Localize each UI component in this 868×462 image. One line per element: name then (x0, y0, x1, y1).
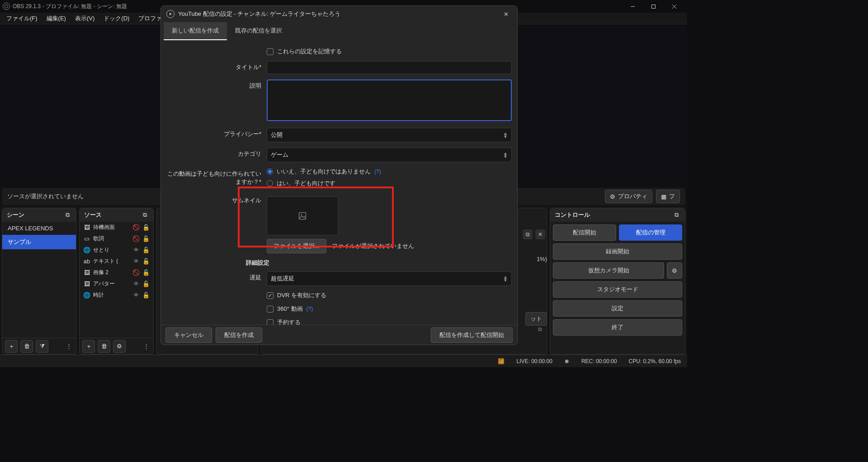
help-icon[interactable]: (?) (374, 168, 381, 175)
virtual-camera-settings-button[interactable]: ⚙ (667, 262, 682, 279)
video-360-checkbox[interactable]: 360° 動画 (?) (267, 305, 512, 313)
status-cpu: CPU: 0.2%, 60.00 fps (629, 358, 681, 364)
source-item[interactable]: ab テキスト ( 👁 🔓 (80, 256, 153, 267)
category-label: カテゴリ (166, 148, 267, 158)
start-recording-button[interactable]: 録画開始 (553, 243, 682, 260)
source-item[interactable]: 🌐 せとり 👁 🔓 (80, 244, 153, 256)
studio-mode-button[interactable]: スタジオモード (553, 281, 682, 298)
source-more-button[interactable]: ⋮ (142, 340, 151, 353)
title-label: タイトル* (166, 61, 267, 71)
visibility-toggle-icon[interactable]: 👁 (132, 247, 140, 253)
delete-source-button[interactable]: 🗑 (98, 340, 110, 353)
source-item[interactable]: 🖼 待機画面 🚫 🔓 (80, 222, 153, 233)
create-broadcast-button[interactable]: 配信を作成 (216, 327, 262, 343)
lock-icon[interactable]: 🔓 (142, 258, 150, 265)
scenes-dock: シーン⧉ APEX LEGENDS サンプル ＋ 🗑 ⧩ ⋮ (2, 208, 76, 355)
signal-icon: 📶 (498, 358, 505, 364)
dvr-checkbox[interactable]: DVR を有効にする (267, 291, 512, 299)
scene-item[interactable]: APEX LEGENDS (2, 222, 76, 235)
properties-button[interactable]: ⚙ プロパティ (605, 190, 652, 203)
kids-no-radio[interactable]: いいえ、子ども向けではありません (?) (267, 168, 512, 176)
menu-dock[interactable]: ドック(D) (99, 13, 134, 24)
kids-yes-radio[interactable]: はい、子ども向けです (267, 179, 512, 187)
scenes-list: APEX LEGENDS サンプル (2, 222, 76, 338)
help-icon[interactable]: (?) (307, 306, 313, 312)
properties-label: プロパティ (618, 192, 647, 201)
controls-dock: コントロール⧉ 配信開始 配信の管理 録画開始 仮想カメラ開始 ⚙ スタジオモー… (550, 208, 685, 355)
description-input[interactable] (267, 79, 512, 121)
delete-scene-button[interactable]: 🗑 (20, 340, 33, 353)
source-item[interactable]: 🌐 時計 👁 🔓 (80, 289, 153, 301)
visibility-toggle-icon[interactable]: 🚫 (132, 224, 140, 231)
lock-icon[interactable]: 🔓 (142, 235, 150, 242)
source-item[interactable]: ▭ 歌詞 🚫 🔓 (80, 233, 153, 244)
menu-view[interactable]: 表示(V) (71, 13, 99, 24)
popout-icon[interactable]: ⧉ (63, 211, 71, 219)
lock-icon[interactable]: 🔓 (142, 292, 150, 299)
virtual-camera-button[interactable]: 仮想カメラ開始 (553, 262, 664, 279)
filters-label: フ (669, 192, 675, 201)
menu-file[interactable]: ファイル(F) (2, 13, 42, 24)
exit-button[interactable]: 終了 (553, 319, 682, 336)
visibility-toggle-icon[interactable]: 👁 (132, 258, 140, 265)
title-input[interactable] (267, 61, 512, 74)
visibility-toggle-icon[interactable]: 🚫 (132, 235, 140, 242)
radio-checked-icon (267, 168, 273, 175)
popout-icon[interactable]: ⧉ (523, 229, 533, 239)
tab-create-new[interactable]: 新しい配信を作成 (164, 22, 227, 40)
svg-point-5 (301, 214, 302, 215)
visibility-toggle-icon[interactable]: 👁 (132, 292, 140, 299)
cancel-button[interactable]: キャンセル (165, 327, 212, 343)
source-label: 画像 2 (93, 269, 130, 276)
thumbnail-preview[interactable] (267, 196, 338, 235)
sources-title: ソース (84, 211, 102, 219)
filters-button[interactable]: ▦ フ (656, 190, 680, 203)
schedule-checkbox[interactable]: 予約する (267, 318, 512, 325)
visibility-toggle-icon[interactable]: 👁 (132, 280, 140, 287)
tab-select-existing[interactable]: 既存の配信を選択 (227, 22, 290, 40)
manage-stream-button[interactable]: 配信の管理 (619, 224, 682, 241)
add-scene-button[interactable]: ＋ (5, 340, 18, 353)
lock-icon[interactable]: 🔓 (142, 280, 150, 287)
close-icon[interactable]: ✕ (535, 229, 545, 239)
scene-filter-button[interactable]: ⧩ (36, 340, 48, 353)
choose-file-button[interactable]: ファイルを選択... (267, 239, 326, 253)
checkbox-icon (267, 48, 274, 55)
lock-icon[interactable]: 🔓 (142, 247, 150, 253)
settings-button[interactable]: 設定 (553, 300, 682, 317)
category-select[interactable]: ゲーム▲▼ (267, 148, 512, 162)
add-source-button[interactable]: ＋ (82, 340, 95, 353)
menu-edit[interactable]: 編集(E) (42, 13, 71, 24)
sources-dock: ソース⧉ 🖼 待機画面 🚫 🔓▭ 歌詞 🚫 🔓🌐 せとり 👁 🔓ab テキスト … (79, 208, 154, 355)
remember-settings-checkbox[interactable]: これらの設定を記憶する (267, 47, 512, 56)
source-type-icon: 🖼 (83, 269, 90, 276)
lock-icon[interactable]: 🔓 (142, 224, 150, 231)
dialog-close-button[interactable]: ✕ (500, 8, 512, 20)
scene-item[interactable]: サンプル (2, 235, 76, 249)
latency-select[interactable]: 超低遅延▲▼ (267, 271, 512, 286)
no-file-label: ファイルが選択されていません (332, 242, 414, 250)
thumbnail-label: サムネイル (166, 196, 267, 205)
popout-icon[interactable]: ⧉ (672, 211, 680, 219)
checkbox-checked-icon (267, 292, 274, 299)
scene-more-button[interactable]: ⋮ (64, 340, 73, 353)
source-type-icon: 🌐 (83, 292, 90, 299)
source-item[interactable]: 🖼 画像 2 🚫 🔓 (80, 267, 153, 278)
latency-label: 遅延 (166, 271, 267, 282)
source-item[interactable]: 🖼 アバター 👁 🔓 (80, 278, 153, 289)
window-close-button[interactable] (664, 0, 684, 13)
youtube-stream-settings-dialog: YouTube 配信の設定 - チャンネル: ゲームライターちゃたろう ✕ 新し… (160, 5, 518, 345)
source-settings-button[interactable]: ⚙ (113, 340, 126, 353)
window-minimize-button[interactable] (622, 0, 643, 13)
create-and-start-button[interactable]: 配信を作成して配信開始 (431, 327, 513, 343)
checkbox-icon (267, 319, 274, 325)
popout-icon[interactable]: ⧉ (141, 211, 149, 219)
svg-rect-4 (299, 213, 306, 219)
lock-icon[interactable]: 🔓 (142, 269, 150, 276)
window-maximize-button[interactable] (643, 0, 664, 13)
start-streaming-button[interactable]: 配信開始 (553, 224, 616, 241)
updown-icon: ▲▼ (503, 275, 508, 282)
privacy-select[interactable]: 公開▲▼ (267, 128, 512, 142)
gear-icon: ⚙ (610, 193, 615, 200)
visibility-toggle-icon[interactable]: 🚫 (132, 269, 140, 276)
